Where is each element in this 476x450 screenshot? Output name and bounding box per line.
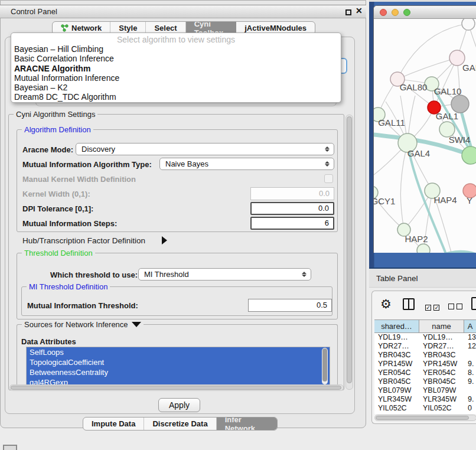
algorithm-option[interactable]: Bayesian – K2: [11, 83, 341, 92]
network-window-titlebar[interactable]: [374, 6, 476, 19]
table-column-header[interactable]: name: [419, 320, 464, 332]
algorithm-option[interactable]: Dream8 DC_TDC Algorithm: [11, 92, 341, 102]
algorithm-option[interactable]: ARACNE Algorithm: [11, 64, 341, 73]
table-row[interactable]: YDR27…YDR27…12: [374, 342, 476, 351]
bottom-tabbar: Impute Data Discretize Data Infer Networ…: [83, 417, 278, 431]
algorithm-option[interactable]: Basic Correlation Inference: [11, 54, 341, 63]
tab-style-label: Style: [119, 24, 137, 32]
minimize-traffic-light-icon[interactable]: [392, 9, 399, 16]
control-panel-titlebar[interactable]: Control Panel ✕: [0, 5, 366, 18]
spinner-arrows-icon: [325, 144, 330, 155]
tab-discretize-data[interactable]: Discretize Data: [144, 418, 216, 430]
new-table-icon[interactable]: [471, 297, 476, 310]
network-canvas[interactable]: GALGAL80GAL10GAL1GAL11SWI4GAL4GCY1HAP4YH…: [374, 19, 476, 253]
collapse-down-arrow-icon[interactable]: [132, 322, 141, 327]
minimized-window-icon[interactable]: [3, 445, 17, 450]
network-edge[interactable]: [397, 58, 457, 79]
tab-impute-data-label: Impute Data: [92, 419, 135, 428]
tab-select-label: Select: [154, 24, 177, 32]
table-toolbar: ⚙ ✓ ✓: [372, 296, 476, 317]
table-cell: 9.: [464, 377, 476, 386]
table-hscrollbar-thumb[interactable]: [376, 416, 469, 420]
column-split-icon[interactable]: [403, 298, 415, 310]
table-cell: YPR145W: [419, 360, 464, 369]
network-edge[interactable]: [400, 143, 407, 230]
aracne-mode-label: Aracne Mode:: [22, 145, 73, 154]
network-window[interactable]: GALGAL80GAL10GAL1GAL11SWI4GAL4GCY1HAP4YH…: [373, 5, 476, 253]
expand-right-arrow-icon[interactable]: [162, 236, 167, 244]
tab-impute-data[interactable]: Impute Data: [83, 418, 144, 430]
network-node-label: GAL11: [378, 118, 405, 128]
table-row[interactable]: YLR345WYLR345W9.: [374, 395, 476, 404]
close-traffic-light-icon[interactable]: [380, 9, 387, 16]
manual-kernel-width-checkbox[interactable]: [324, 174, 333, 183]
mi-steps-input[interactable]: 6: [250, 217, 334, 230]
table-row[interactable]: YBL079WYBL079W: [374, 386, 476, 395]
float-window-icon[interactable]: [345, 9, 351, 15]
settings-hscrollbar-track[interactable]: [9, 384, 344, 391]
table-panel-titlebar[interactable]: Table Panel: [369, 269, 476, 288]
table-cell: YLR345W: [419, 395, 464, 404]
mi-threshold-label: Mutual Information Threshold:: [27, 301, 138, 310]
table-row[interactable]: YIL052CYIL052C0: [374, 404, 476, 413]
table-row[interactable]: YBR043CYBR043C: [374, 351, 476, 360]
data-attribute-item[interactable]: SelfLoops: [27, 347, 330, 357]
attributes-list-scrollbar[interactable]: [322, 348, 328, 384]
close-window-icon[interactable]: ✕: [356, 6, 363, 15]
table-row[interactable]: YER054CYER054C8.: [374, 369, 476, 377]
hub-definition-label[interactable]: Hub/Transcription Factor Definition: [22, 236, 145, 245]
apply-button[interactable]: Apply: [158, 398, 200, 412]
mi-threshold-definition-title: MI Threshold Definition: [27, 282, 110, 291]
mi-algorithm-type-label: Mutual Information Algorithm Type:: [22, 160, 152, 169]
select-all-checks-icon[interactable]: ✓ ✓: [425, 301, 439, 312]
attributes-list-scrollbar-thumb[interactable]: [322, 348, 327, 381]
table-cell: 13: [464, 333, 476, 342]
data-attributes-label: Data Attributes: [21, 337, 76, 346]
table-cell: YIL052C: [419, 404, 464, 413]
tab-infer-network-label: Infer Network: [225, 417, 269, 431]
settings-gear-icon[interactable]: ⚙: [380, 297, 392, 311]
aracne-mode-select[interactable]: Discovery: [76, 143, 334, 155]
data-attribute-item[interactable]: BetweennessCentrality: [27, 367, 330, 377]
network-node-label: GAL10: [434, 86, 462, 96]
settings-scrollbar-thumb[interactable]: [347, 116, 352, 383]
zoom-traffic-light-icon[interactable]: [403, 9, 410, 16]
mi-threshold-input[interactable]: 0.5: [248, 299, 332, 312]
table-cell: YDR27…: [374, 342, 419, 351]
table-column-header[interactable]: A: [464, 320, 476, 332]
settings-scrollbar-track[interactable]: [345, 115, 353, 390]
which-threshold-label: Which threshold to use:: [50, 270, 138, 279]
table-cell: YBR043C: [419, 351, 464, 360]
dpi-tolerance-input[interactable]: 0.0: [250, 202, 334, 215]
table-row[interactable]: YBR045CYBR045C9.: [374, 377, 476, 386]
which-threshold-select[interactable]: MI Threshold: [138, 268, 311, 281]
table-cell: 12: [464, 342, 476, 351]
table-row[interactable]: YDL19…YDL19…13: [374, 333, 476, 342]
network-node[interactable]: [417, 244, 430, 253]
table-column-header[interactable]: shared…: [374, 320, 419, 332]
data-attribute-item[interactable]: TopologicalCoefficient: [27, 357, 330, 367]
algorithm-dropdown-popup: Select algorithm to view settings Bayesi…: [11, 32, 341, 103]
network-node[interactable]: [451, 95, 469, 113]
table-header-row: shared…nameA: [374, 319, 476, 333]
table-hscrollbar-track[interactable]: [374, 415, 476, 421]
algorithm-option[interactable]: Bayesian – Hill Climbing: [11, 44, 341, 54]
settings-hscrollbar-thumb[interactable]: [11, 386, 341, 390]
sources-title-wrap: Sources for Network Inference: [22, 320, 144, 329]
network-node-label: GAL1: [436, 111, 458, 121]
table-cell: YBR045C: [419, 377, 464, 386]
algorithm-option[interactable]: Mutual Information Inference: [11, 73, 341, 83]
tab-infer-network[interactable]: Infer Network: [217, 418, 277, 430]
table-cell: YPR145W: [374, 360, 419, 369]
network-node[interactable]: [462, 146, 476, 164]
spinner-arrows-icon: [302, 269, 307, 280]
deselect-all-checks-icon[interactable]: [448, 301, 462, 312]
network-node-label: GAL80: [400, 82, 428, 92]
network-node[interactable]: [462, 19, 475, 30]
mi-algorithm-type-select[interactable]: Naive Bayes: [159, 158, 334, 170]
table-cell: 9.: [464, 360, 476, 369]
table-row[interactable]: YPR145WYPR145W9.: [374, 360, 476, 369]
data-attributes-list[interactable]: SelfLoopsTopologicalCoefficientBetweenne…: [26, 347, 330, 386]
network-node-label: Y: [467, 195, 472, 206]
kernel-width-input[interactable]: 0.0: [250, 187, 334, 200]
